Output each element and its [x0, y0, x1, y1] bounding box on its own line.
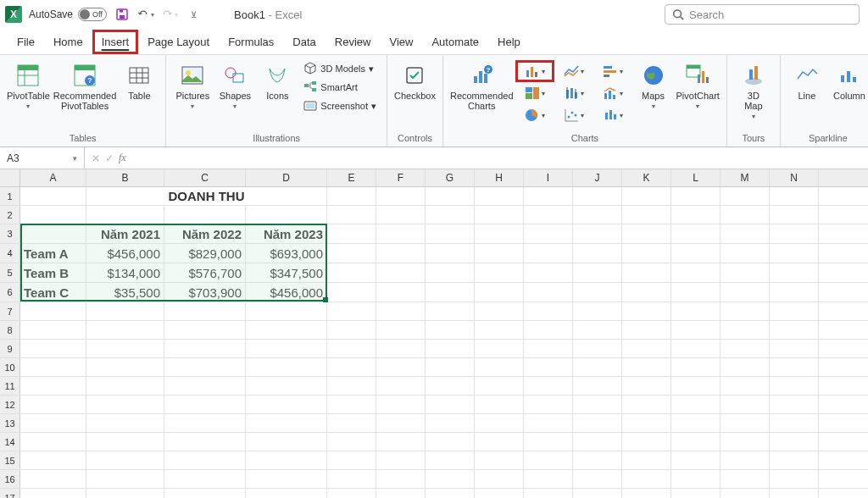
cell[interactable] — [376, 321, 426, 339]
cell[interactable] — [573, 340, 622, 357]
scatter-chart-button[interactable]: ▾ — [556, 106, 592, 125]
worksheet[interactable]: A B C D E F G H I J K L M N 1DOANH THU23… — [0, 169, 868, 498]
cell-value[interactable]: $576,700 — [164, 263, 246, 282]
cell[interactable] — [376, 489, 426, 498]
cell[interactable] — [524, 451, 573, 469]
maps-button[interactable]: Maps ▾ — [634, 60, 673, 110]
row-header[interactable]: 7 — [0, 302, 20, 320]
cell[interactable] — [20, 302, 86, 320]
cell-value[interactable]: $347,500 — [246, 263, 327, 282]
cell[interactable] — [426, 321, 475, 339]
cell[interactable] — [426, 470, 475, 488]
cell[interactable] — [671, 396, 721, 413]
recommended-pivot-tables-button[interactable]: ? Recommended PivotTables — [53, 60, 117, 111]
cell[interactable] — [164, 433, 246, 451]
cell[interactable] — [770, 263, 819, 282]
statistic-chart-button[interactable]: ▾ — [556, 84, 592, 102]
cell[interactable] — [573, 396, 622, 413]
cell[interactable] — [86, 321, 164, 339]
cell[interactable] — [622, 470, 671, 488]
cell[interactable] — [671, 377, 721, 395]
formula-input[interactable] — [133, 147, 868, 169]
cell[interactable] — [524, 396, 573, 413]
cell[interactable] — [770, 321, 819, 339]
cell[interactable] — [86, 206, 164, 224]
cell[interactable] — [20, 206, 86, 224]
surface-chart-button[interactable]: ▾ — [595, 106, 631, 125]
cell[interactable] — [721, 451, 770, 469]
cell-value[interactable]: $35,500 — [86, 283, 164, 302]
cell[interactable] — [671, 206, 721, 224]
cell[interactable] — [376, 302, 426, 320]
cell[interactable] — [86, 414, 164, 432]
qat-customize-icon[interactable]: ⊻ — [185, 6, 202, 23]
cell[interactable] — [376, 340, 426, 357]
cell[interactable] — [770, 358, 819, 376]
enter-formula-icon[interactable]: ✓ — [105, 152, 114, 164]
cell[interactable] — [475, 321, 524, 339]
cell[interactable] — [426, 302, 475, 320]
cell[interactable] — [721, 358, 770, 376]
cell-team-name[interactable]: Team C — [20, 283, 86, 302]
cell[interactable] — [721, 187, 770, 205]
row-header[interactable]: 16 — [0, 470, 20, 488]
cell[interactable] — [20, 470, 86, 488]
cell[interactable] — [426, 358, 475, 376]
cell[interactable] — [20, 489, 86, 498]
cell[interactable] — [573, 283, 622, 302]
col-header[interactable]: I — [524, 169, 573, 186]
cell[interactable] — [770, 433, 819, 451]
cell[interactable] — [622, 377, 671, 395]
cell[interactable] — [164, 470, 246, 488]
cell[interactable] — [524, 414, 573, 432]
cell[interactable] — [524, 321, 573, 339]
col-header[interactable]: N — [770, 169, 819, 186]
cell[interactable] — [86, 340, 164, 357]
cell[interactable] — [721, 414, 770, 432]
cell[interactable] — [376, 414, 426, 432]
cell[interactable] — [327, 396, 376, 413]
col-header[interactable]: J — [573, 169, 622, 186]
cell-title[interactable]: DOANH THU — [86, 187, 327, 205]
pictures-button[interactable]: Pictures ▾ — [173, 60, 212, 110]
cell[interactable] — [573, 244, 622, 263]
cell[interactable] — [622, 283, 671, 302]
cell[interactable] — [327, 206, 376, 224]
cell[interactable] — [721, 433, 770, 451]
cell[interactable] — [20, 358, 86, 376]
cell[interactable] — [721, 263, 770, 282]
cell[interactable] — [671, 187, 721, 205]
cell[interactable] — [622, 414, 671, 432]
cell[interactable] — [164, 489, 246, 498]
search-input[interactable]: Search — [665, 4, 860, 25]
shapes-button[interactable]: Shapes ▾ — [215, 60, 254, 110]
cell[interactable] — [524, 470, 573, 488]
cell[interactable] — [327, 358, 376, 376]
undo-icon[interactable]: ▾ — [137, 6, 154, 23]
cell-value[interactable]: $456,000 — [246, 283, 327, 302]
cell[interactable] — [246, 489, 327, 498]
cell[interactable] — [721, 470, 770, 488]
cell[interactable] — [573, 489, 622, 498]
row-header[interactable]: 13 — [0, 414, 20, 432]
cell[interactable] — [376, 396, 426, 413]
cell[interactable] — [524, 489, 573, 498]
table-button[interactable]: Table — [120, 60, 159, 101]
col-header[interactable]: G — [426, 169, 475, 186]
autosave-toggle[interactable]: AutoSave Off — [29, 8, 107, 21]
cell[interactable] — [770, 340, 819, 357]
col-header[interactable]: B — [86, 169, 164, 186]
redo-icon[interactable]: ▾ — [161, 6, 178, 23]
column-chart-button[interactable]: ▾ — [517, 62, 553, 80]
cancel-formula-icon[interactable]: ✕ — [92, 152, 100, 164]
cell[interactable] — [671, 283, 721, 302]
cell[interactable] — [475, 396, 524, 413]
map-3d-button[interactable]: 3D Map ▾ — [734, 60, 773, 120]
cell[interactable] — [721, 224, 770, 243]
cell[interactable] — [20, 377, 86, 395]
cell[interactable] — [475, 358, 524, 376]
cell-value[interactable]: $693,000 — [246, 244, 327, 263]
cell[interactable] — [20, 433, 86, 451]
name-box[interactable]: A3 ▾ — [0, 147, 85, 169]
cell[interactable] — [20, 451, 86, 469]
